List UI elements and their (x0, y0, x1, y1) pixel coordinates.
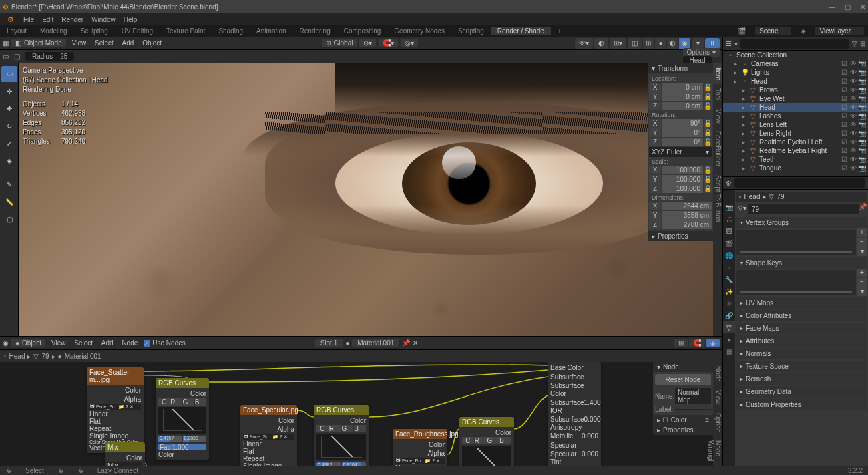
node-tree-type[interactable]: ● Object (11, 339, 45, 347)
use-nodes-checkbox[interactable]: ✓Use Nodes (144, 339, 185, 347)
tab-render[interactable]: 📷 (723, 201, 735, 213)
bc-79[interactable]: 79 (41, 353, 49, 360)
exclude-icon[interactable]: ☑ (841, 69, 848, 76)
render-icon[interactable]: 📷 (858, 95, 865, 102)
bc-head[interactable]: Head (9, 353, 25, 360)
radius-field[interactable]: Radius 25 (25, 52, 74, 61)
lock-icon[interactable]: 🔓 (704, 128, 712, 137)
render-icon[interactable]: 📷 (858, 164, 865, 172)
node-npanel-node[interactable]: Node (713, 362, 722, 386)
add-icon[interactable]: + (857, 228, 867, 237)
render-icon[interactable]: 📷 (858, 121, 865, 128)
node-image-texture-1[interactable]: Face_Scatter m...jpg Color Alpha 🖼 Face_… (87, 367, 144, 453)
loc-x[interactable]: 0 cm (662, 83, 703, 92)
render-icon[interactable]: 📷 (858, 86, 865, 94)
node-rgb-curves-3[interactable]: RGB Curves Color CRGB 0.28100.2583 (459, 417, 514, 466)
node-overlay[interactable]: ⊞ (674, 339, 688, 347)
menu-help[interactable]: Help (120, 16, 141, 23)
eye-icon[interactable]: 👁 (849, 86, 857, 94)
exclude-icon[interactable]: ☑ (841, 60, 848, 67)
sk-list[interactable] (736, 270, 856, 295)
loc-y[interactable]: 0 cm (662, 92, 703, 101)
menu-file[interactable]: File (20, 16, 37, 23)
shading-wireframe[interactable]: ⊞ (643, 38, 655, 49)
geometry-data-panel[interactable]: Geometry Data (736, 386, 867, 398)
node-label-field[interactable] (675, 409, 711, 410)
add-menu[interactable]: Add (119, 39, 138, 47)
node-npanel-option[interactable]: Option (713, 409, 722, 436)
tab-output[interactable]: 🖨 (723, 213, 735, 225)
workspace-rendering[interactable]: Rendering (293, 27, 337, 35)
gizmos-toggle[interactable]: ◐ (594, 38, 608, 49)
outliner-item[interactable]: ▸▽Tongue☑👁📷 (723, 164, 868, 172)
dim-y[interactable]: 3558 cm (662, 211, 712, 220)
exclude-icon[interactable]: ☑ (841, 104, 848, 111)
outliner-item[interactable]: ▸▽Realtime Eyeball Left☑👁📷 (723, 138, 868, 146)
node-graph[interactable]: Face_Scatter m...jpg Color Alpha 🖼 Face_… (0, 362, 722, 466)
face-maps-panel[interactable]: Face Maps (736, 323, 867, 334)
exclude-icon[interactable]: ☑ (841, 86, 848, 94)
node-mix[interactable]: Mix Color Mix Clamp Fac 0.456 Color1 Col… (105, 442, 145, 466)
shading-solid[interactable]: ● (655, 38, 667, 49)
render-icon[interactable]: 📷 (858, 138, 865, 146)
bc-material[interactable]: Material.001 (65, 353, 101, 360)
tool-addcube[interactable]: ▢ (1, 212, 17, 228)
outliner-item[interactable]: ▸▫Head☑👁📷 (723, 77, 868, 86)
workspace-rendershade[interactable]: Render / Shade (491, 27, 551, 35)
uv-maps-panel[interactable]: UV Maps (736, 297, 867, 309)
exclude-icon[interactable]: ☑ (841, 147, 848, 154)
object-menu[interactable]: Object (139, 39, 165, 47)
outliner-search[interactable] (740, 39, 849, 49)
eye-icon[interactable]: 👁 (849, 156, 857, 163)
npanel-item[interactable]: Item (713, 63, 722, 84)
node-principled-bsdf[interactable]: Base Color Subsurface Subsurface Color S… (548, 362, 601, 466)
lock-icon[interactable]: 🔓 (704, 102, 712, 110)
npanel-script[interactable]: Script To Button (713, 171, 722, 226)
node-npanel-view[interactable]: View (713, 386, 722, 409)
new-collection-icon[interactable]: ⊞ (860, 40, 865, 47)
eye-icon[interactable]: 👁 (849, 69, 857, 76)
npanel-view[interactable]: View (713, 105, 722, 128)
workspace-sculpting[interactable]: Sculpting (74, 27, 115, 35)
pivot-selector[interactable]: ⊙▾ (359, 39, 376, 47)
display-mode-icon[interactable]: ▾ (734, 40, 738, 47)
menu-edit[interactable]: Edit (39, 16, 57, 23)
tool-annotate[interactable]: ✎ (1, 177, 17, 193)
menu-render[interactable]: Render (58, 16, 87, 23)
outliner-item[interactable]: ▸▽Realtime Eyeball Right☑👁📷 (723, 146, 868, 155)
overlays-toggle[interactable]: ⊞▾ (610, 38, 626, 49)
tab-texture[interactable]: ▦ (723, 345, 735, 357)
editor-type-icon[interactable]: ⚙ (726, 180, 732, 187)
render-icon[interactable]: 📷 (858, 130, 865, 137)
scl-x[interactable]: 100.000 (662, 166, 703, 174)
add-icon[interactable]: + (857, 269, 867, 277)
exclude-icon[interactable]: ☑ (841, 121, 848, 128)
render-icon[interactable]: 📷 (858, 60, 865, 67)
eye-icon[interactable]: 👁 (849, 138, 857, 146)
render-icon[interactable]: 📷 (858, 112, 865, 120)
scl-y[interactable]: 100.000 (662, 175, 703, 184)
rot-z[interactable]: 0° (662, 138, 703, 146)
loc-z[interactable]: 0 cm (662, 102, 703, 110)
node-view-menu[interactable]: View (48, 339, 69, 347)
tab-object[interactable]: ▫ (723, 261, 735, 273)
tool-measure[interactable]: 📏 (1, 194, 17, 210)
viewlayer-selector[interactable]: ViewLayer (815, 27, 864, 35)
eye-icon[interactable]: 👁 (849, 164, 857, 172)
render-icon[interactable]: 📷 (858, 147, 865, 154)
shading-rendered[interactable]: ◉ (679, 38, 691, 49)
tab-constraints[interactable]: 🔗 (723, 309, 735, 321)
outliner-item[interactable]: ▸▽Lens Right☑👁📷 (723, 129, 868, 138)
eye-icon[interactable]: 👁 (849, 104, 857, 111)
workspace-texpaint[interactable]: Texture Paint (160, 27, 212, 35)
viewport-3d[interactable]: Camera Perspective (67) Scene Collection… (19, 63, 722, 337)
scene-selector[interactable]: Scene (755, 27, 791, 35)
select-menu[interactable]: Select (91, 39, 117, 47)
workspace-compositing[interactable]: Compositing (337, 27, 388, 35)
eye-icon[interactable]: 👁 (849, 77, 857, 85)
node-add-menu[interactable]: Add (98, 339, 117, 347)
reset-node-button[interactable]: Reset Node (655, 374, 711, 385)
eye-icon[interactable]: 👁 (849, 121, 857, 128)
shape-keys-panel[interactable]: Shape Keys (736, 257, 867, 269)
outliner-item[interactable]: ▸▽Brows☑👁📷 (723, 86, 868, 94)
